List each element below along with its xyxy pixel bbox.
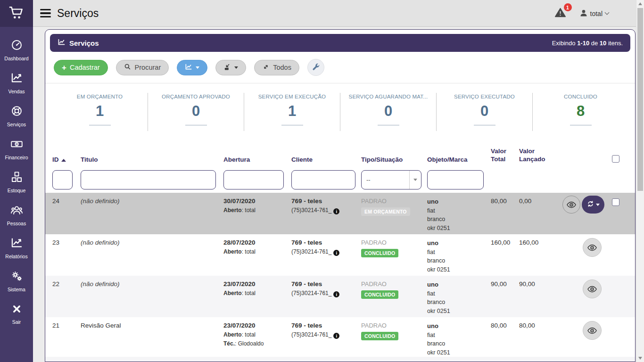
header-tipo-situacao[interactable]: Tipo/Situação <box>361 156 403 163</box>
sidebar-item-sistema[interactable]: Sistema <box>0 264 33 297</box>
chart-line-icon <box>10 72 23 86</box>
sidebar-item-relatorios[interactable]: Relatórios <box>0 231 33 264</box>
counter-em-orcamento[interactable]: EM ORÇAMENTO 1 <box>52 93 148 131</box>
gears-icon <box>10 270 23 284</box>
sidebar-item-estoque[interactable]: Estoque <box>0 165 33 198</box>
view-button[interactable] <box>583 280 602 298</box>
user-menu[interactable]: total <box>580 9 609 18</box>
cell-objeto-marca: uno fiat branco okr 0251 <box>427 197 450 232</box>
info-icon[interactable]: i <box>333 208 339 214</box>
info-icon[interactable]: i <box>333 333 339 339</box>
status-badge: CONCLUIDO <box>361 290 398 299</box>
cart-icon <box>9 6 24 22</box>
sidebar-item-vendas[interactable]: Vendas <box>0 66 33 99</box>
sidebar-item-servicos[interactable]: Serviços <box>0 99 33 132</box>
scroll-down-arrow-icon[interactable] <box>638 357 642 360</box>
counter-servico-aguardando-material[interactable]: SERVIÇO AGUARANDO MAT... 0 <box>340 93 437 131</box>
export-dropdown-button[interactable] <box>215 60 246 75</box>
topbar: Serviços 1 to <box>33 0 644 27</box>
app-page: Serviços 1 to <box>0 0 644 362</box>
cell-valor-lancado: 90,00 <box>519 280 535 288</box>
export-icon <box>223 63 231 72</box>
app-logo[interactable] <box>0 0 33 27</box>
cell-tipo-situacao: PADRAO CONCLUIDO <box>361 239 398 257</box>
header-abertura[interactable]: Abertura <box>223 156 250 163</box>
cell-valor-lancado: 0,00 <box>519 197 531 205</box>
cubes-icon <box>10 171 23 185</box>
scroll-up-arrow-icon[interactable] <box>638 2 642 5</box>
search-icon <box>124 63 132 72</box>
settings-wrench-button[interactable] <box>307 59 324 76</box>
info-icon[interactable]: i <box>333 250 339 256</box>
counter-orcamento-aprovado[interactable]: ORÇAMENTO APROVADO 0 <box>148 93 244 131</box>
sidebar-item-dashboard[interactable]: Dashboard <box>0 33 33 66</box>
page-scrollbar[interactable] <box>636 0 644 362</box>
cell-id: 22 <box>52 280 59 288</box>
cell-valor-total: 80,00 <box>491 197 507 205</box>
filter-titulo-input[interactable] <box>81 170 216 189</box>
cell-cliente: 769 - teles (75)30214-761_i <box>291 197 339 214</box>
header-objeto-marca[interactable]: Objeto/Marca <box>427 156 468 163</box>
row-checkbox[interactable] <box>612 198 619 206</box>
chevron-down-icon <box>605 10 610 15</box>
info-icon[interactable]: i <box>333 291 339 297</box>
cell-titulo: (não definido) <box>81 280 120 288</box>
cell-objeto-marca: uno fiat branco okr 0251 <box>427 239 450 274</box>
wrench-icon <box>312 62 320 73</box>
select-all-checkbox[interactable] <box>612 155 619 163</box>
filter-id-input[interactable] <box>52 170 73 189</box>
filter-objeto-input[interactable] <box>427 170 484 189</box>
status-badge: EM ORÇAMENTO <box>361 207 410 216</box>
toolbar-divider <box>45 83 635 83</box>
table-row[interactable]: 24 (não definido) 30/07/2020 Aberto: tot… <box>45 193 635 234</box>
counter-servico-executado[interactable]: SERVIÇO EXECUTADO 0 <box>437 93 533 131</box>
view-button[interactable] <box>583 238 602 257</box>
svg-text:1: 1 <box>16 142 17 146</box>
panel-header: Serviços Exibindo 1-10 de 10 itens. <box>50 34 630 52</box>
hamburger-menu-icon[interactable] <box>40 9 51 18</box>
procurar-button[interactable]: Procurar <box>116 60 169 75</box>
cadastrar-button[interactable]: + Cadastrar <box>54 60 108 75</box>
page-title: Serviços <box>57 7 99 20</box>
filter-cliente-input[interactable] <box>291 170 355 189</box>
view-button[interactable] <box>583 321 602 340</box>
table-row[interactable]: 21 Revisão Geral 23/07/2020 Aberto: tota… <box>45 317 635 357</box>
sidebar-item-pessoas[interactable]: Pessoas <box>0 198 33 231</box>
header-cliente[interactable]: Cliente <box>291 156 313 163</box>
scrollbar-thumb[interactable] <box>637 8 643 191</box>
cell-abertura: 28/07/2020 Aberto: total <box>223 239 256 255</box>
dashboard-icon <box>10 39 23 53</box>
filter-abertura-input[interactable] <box>223 170 284 189</box>
table-row[interactable]: 23 (não definido) 28/07/2020 Aberto: tot… <box>45 234 635 276</box>
header-titulo[interactable]: Titulo <box>81 156 98 163</box>
header-id[interactable]: ID <box>52 156 66 163</box>
counter-concluido[interactable]: CONCLUIDO 8 <box>533 93 628 131</box>
counter-servico-em-execucao[interactable]: SERVIÇO EM EXECUÇÃO 1 <box>244 93 340 131</box>
filter-row: -- <box>45 170 635 189</box>
filter-tipo-select[interactable]: -- <box>361 170 421 189</box>
caret-down-icon <box>596 204 600 206</box>
cell-valor-lancado: 160,00 <box>519 239 538 246</box>
caret-down-icon <box>196 66 199 69</box>
todos-button[interactable]: Todos <box>254 60 299 75</box>
chart-line-icon <box>10 237 23 251</box>
cell-titulo: Revisão Geral <box>81 322 121 329</box>
sidebar-item-financeiro[interactable]: 1 Financeiro <box>0 132 33 165</box>
table-row[interactable]: 22 (não definido) 23/07/2020 Aberto: tot… <box>45 276 635 317</box>
header-valor-total[interactable]: Valor Total <box>491 147 515 163</box>
expand-icon <box>262 63 270 72</box>
change-status-button[interactable] <box>582 196 604 214</box>
chart-dropdown-button[interactable] <box>177 60 207 75</box>
cell-valor-total: 80,00 <box>491 322 507 329</box>
panel-title: Serviços <box>69 39 99 47</box>
sidebar-item-sair[interactable]: Sair <box>0 297 33 330</box>
status-badge: CONCLUIDO <box>361 332 398 340</box>
notifications-button[interactable]: 1 <box>555 8 566 19</box>
cell-valor-total: 90,00 <box>491 280 507 288</box>
items-summary: Exibindo 1-10 de 10 itens. <box>552 40 623 47</box>
cell-titulo: (não definido) <box>81 197 120 205</box>
money-bill-icon: 1 <box>10 138 23 152</box>
view-button[interactable] <box>562 196 580 214</box>
header-valor-lancado[interactable]: Valor Lançado <box>519 147 544 163</box>
cell-abertura: 23/07/2020 Aberto: total <box>223 280 256 296</box>
